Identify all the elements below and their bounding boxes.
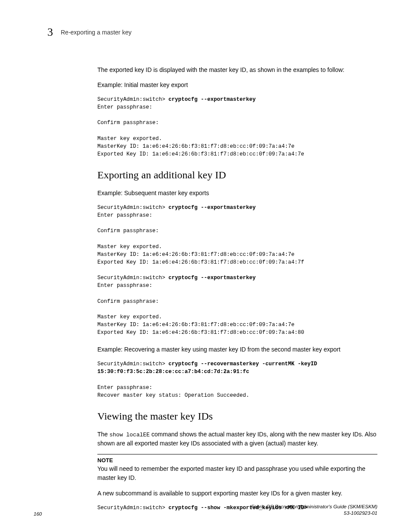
intro-paragraph: The exported key ID is displayed with th… [97,65,377,75]
example-label: Example: Subsequent master key exports [97,189,377,198]
note-label: NOTE [97,457,377,464]
page-header: 3 Re-exporting a master key [34,26,377,39]
section-title-exporting: Exporting an additional key ID [97,169,377,181]
section-title-viewing: Viewing the master key IDs [97,411,377,422]
doc-id: 53-1002923-01 [251,510,377,516]
main-content: The exported key ID is displayed with th… [97,65,377,512]
page-footer: 160 Fabric OS Encryption Administrator's… [34,504,377,516]
inline-code: show localEE [109,432,150,438]
example-label: Example: Initial master key export [97,81,377,90]
code-block-3: SecurityAdmin:switch> cryptocfg --recove… [97,360,377,399]
chapter-number: 3 [47,26,53,39]
example-label: Example: Recovering a master key using m… [97,345,377,354]
running-title: Re-exporting a master key [61,29,131,36]
code-block-1: SecurityAdmin:switch> cryptocfg --export… [97,96,377,158]
viewing-paragraph: The show localEE command shows the actua… [97,430,377,448]
doc-title: Fabric OS Encryption Administrator's Gui… [251,504,377,510]
note-divider [97,454,377,454]
footer-doc-info: Fabric OS Encryption Administrator's Gui… [251,504,377,516]
page-number: 160 [34,511,42,516]
code-block-2: SecurityAdmin:switch> cryptocfg --export… [97,204,377,336]
note-text: You will need to remember the exported m… [97,464,377,482]
subcommand-paragraph: A new subcommand is available to support… [97,489,377,498]
